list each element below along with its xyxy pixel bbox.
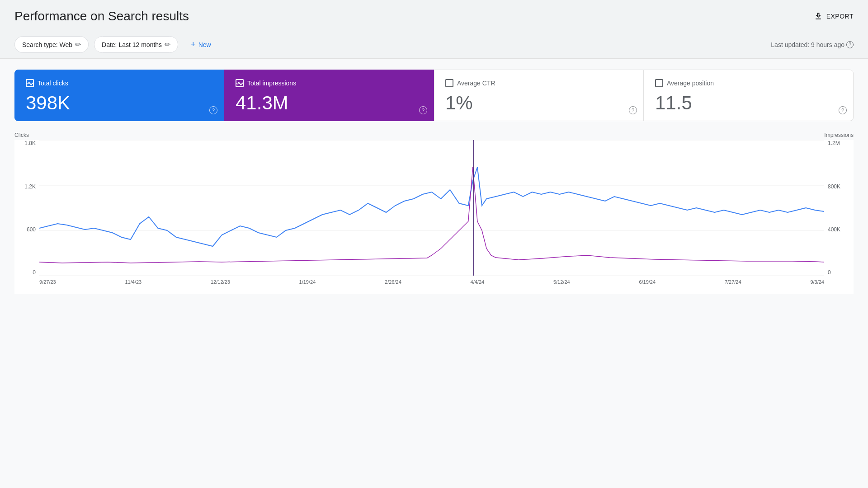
- y-left-label-0: 1.8K: [24, 140, 36, 146]
- date-label: Date: Last 12 months: [102, 41, 162, 48]
- search-type-label: Search type: Web: [22, 41, 72, 48]
- ctr-value: 1%: [445, 93, 632, 113]
- y-right-label-1: 800K: [828, 183, 840, 190]
- metric-header-impressions: Total impressions: [236, 79, 423, 87]
- date-filter[interactable]: Date: Last 12 months ✏: [94, 36, 178, 53]
- x-label-4: 2/26/24: [385, 279, 401, 285]
- page-header: Performance on Search results EXPORT: [0, 0, 868, 31]
- clicks-value: 398K: [26, 93, 213, 113]
- ctr-label: Average CTR: [457, 80, 495, 87]
- last-updated-text: Last updated: 9 hours ago: [771, 41, 844, 48]
- chart-area: 1.8K 1.2K 600 0 1.2M 800K 400K 0: [14, 140, 854, 294]
- x-label-9: 9/3/24: [810, 279, 824, 285]
- metric-average-position[interactable]: Average position 11.5 ?: [644, 70, 854, 121]
- y-left-label-3: 0: [33, 269, 36, 276]
- edit-search-type-icon: ✏: [75, 40, 81, 49]
- y-right-label-0: 1.2M: [828, 140, 840, 146]
- last-updated: Last updated: 9 hours ago ?: [771, 41, 854, 48]
- x-label-3: 1/19/24: [299, 279, 316, 285]
- plus-icon: +: [191, 40, 196, 49]
- ctr-help-icon[interactable]: ?: [629, 106, 637, 114]
- edit-date-icon: ✏: [165, 40, 170, 49]
- metric-total-clicks[interactable]: Total clicks 398K ?: [14, 70, 224, 121]
- filters-bar: Search type: Web ✏ Date: Last 12 months …: [0, 31, 868, 59]
- clicks-help-icon[interactable]: ?: [209, 106, 217, 114]
- page-title: Performance on Search results: [14, 9, 189, 23]
- impressions-line: [39, 167, 824, 263]
- search-type-filter[interactable]: Search type: Web ✏: [14, 36, 89, 53]
- x-label-0: 9/27/23: [39, 279, 56, 285]
- new-button[interactable]: + New: [184, 36, 218, 53]
- download-icon: [814, 12, 823, 21]
- x-axis: 9/27/23 11/4/23 12/12/23 1/19/24 2/26/24…: [39, 276, 824, 294]
- new-label: New: [198, 41, 211, 48]
- position-label: Average position: [667, 80, 714, 87]
- metric-header-position: Average position: [655, 79, 842, 87]
- position-value: 11.5: [655, 93, 842, 113]
- filters-left: Search type: Web ✏ Date: Last 12 months …: [14, 36, 218, 53]
- x-label-2: 12/12/23: [211, 279, 230, 285]
- clicks-line: [39, 167, 824, 246]
- last-updated-info-icon[interactable]: ?: [846, 41, 854, 48]
- impressions-help-icon[interactable]: ?: [419, 106, 427, 114]
- y-left-label-2: 600: [27, 226, 36, 233]
- metrics-row: Total clicks 398K ? Total impressions 41…: [14, 70, 854, 121]
- export-button[interactable]: EXPORT: [814, 12, 854, 21]
- y-axis-left: 1.8K 1.2K 600 0: [14, 140, 39, 276]
- y-left-label-1: 1.2K: [24, 183, 36, 190]
- metric-header-ctr: Average CTR: [445, 79, 632, 87]
- y-axis-right: 1.2M 800K 400K 0: [824, 140, 854, 276]
- clicks-label: Total clicks: [38, 80, 68, 87]
- x-label-8: 7/27/24: [725, 279, 741, 285]
- chart-svg: [39, 140, 824, 276]
- export-label: EXPORT: [826, 13, 854, 20]
- impressions-value: 41.3M: [236, 93, 423, 113]
- impressions-checkbox[interactable]: [236, 79, 244, 87]
- y-right-label-3: 0: [828, 269, 831, 276]
- x-label-5: 4/4/24: [471, 279, 485, 285]
- metric-average-ctr[interactable]: Average CTR 1% ?: [434, 70, 644, 121]
- metric-header-clicks: Total clicks: [26, 79, 213, 87]
- ctr-checkbox[interactable]: [445, 79, 453, 87]
- impressions-axis-title: Impressions: [824, 132, 854, 138]
- position-help-icon[interactable]: ?: [839, 106, 847, 114]
- clicks-axis-title: Clicks: [14, 132, 29, 138]
- y-right-label-2: 400K: [828, 226, 840, 233]
- x-label-6: 5/12/24: [553, 279, 570, 285]
- clicks-checkbox[interactable]: [26, 79, 34, 87]
- metric-total-impressions[interactable]: Total impressions 41.3M ?: [224, 70, 434, 121]
- x-label-7: 6/19/24: [639, 279, 656, 285]
- x-label-1: 11/4/23: [125, 279, 142, 285]
- chart-section: Clicks Impressions 1.8K 1.2K 600 0 1.2M …: [14, 132, 854, 294]
- position-checkbox[interactable]: [655, 79, 663, 87]
- impressions-label: Total impressions: [247, 80, 296, 87]
- chart-axis-titles: Clicks Impressions: [14, 132, 854, 138]
